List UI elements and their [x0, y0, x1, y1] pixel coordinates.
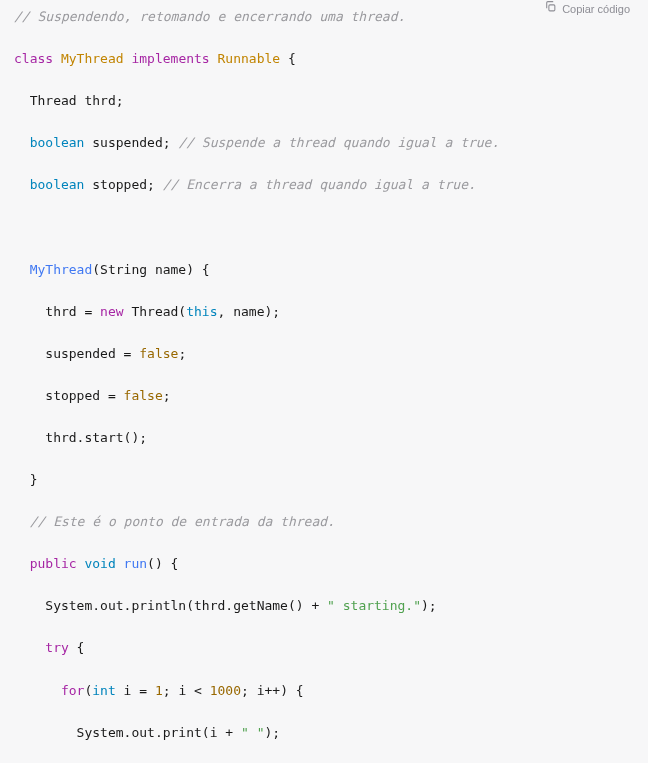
code-comment: // Suspendendo, retomando e encerrando u… — [14, 9, 405, 24]
svg-rect-0 — [549, 5, 555, 11]
code-block: Copiar código // Suspendendo, retomando … — [14, 6, 634, 763]
copy-icon — [544, 0, 557, 19]
copy-code-button[interactable]: Copiar código — [540, 0, 634, 19]
copy-code-label: Copiar código — [562, 1, 630, 19]
code-content: // Suspendendo, retomando e encerrando u… — [14, 6, 634, 763]
